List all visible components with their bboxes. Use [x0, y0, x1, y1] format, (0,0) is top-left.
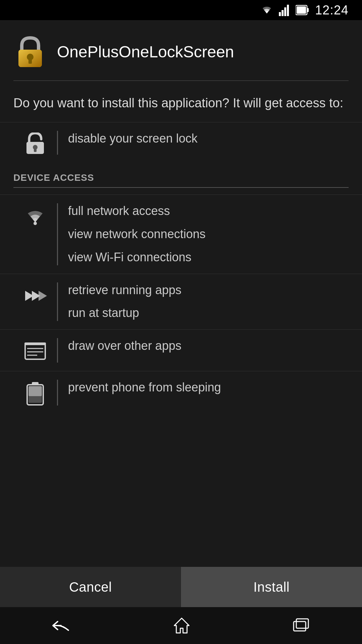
draw-over-text: draw over other apps: [68, 338, 349, 354]
signal-status-icon: [279, 4, 291, 16]
prevent-sleep-icon-col: [13, 380, 57, 406]
cancel-button[interactable]: Cancel: [0, 567, 181, 607]
svg-rect-13: [34, 149, 37, 152]
screen-lock-icon: [26, 132, 45, 155]
apps-permission-group: retrieve running apps run at startup: [0, 274, 362, 330]
status-bar: 12:24: [0, 0, 362, 20]
network-permission-group: full network access view network connect…: [0, 195, 362, 273]
network-text-col: full network access view network connect…: [68, 203, 349, 265]
home-icon: [173, 617, 190, 634]
device-access-label: DEVICE ACCESS: [13, 172, 94, 183]
apps-icon: [23, 284, 47, 308]
battery-status-icon: [296, 4, 309, 16]
prevent-sleep-text-col: prevent phone from sleeping: [68, 380, 349, 395]
svg-marker-17: [39, 291, 47, 301]
install-prompt-text: Do you want to install this application?…: [13, 96, 343, 110]
status-icons: [259, 4, 309, 16]
install-prompt: Do you want to install this application?…: [0, 81, 362, 122]
run-at-startup-text: run at startup: [68, 305, 349, 321]
app-lock-icon: [17, 36, 44, 68]
prevent-sleep-permission: prevent phone from sleeping: [0, 371, 362, 414]
draw-over-icon: [24, 340, 47, 363]
screen-lock-text: disable your screen lock: [68, 131, 349, 147]
screen-lock-icon-col: [13, 131, 57, 155]
nav-bar: [0, 607, 362, 644]
apps-text-col: retrieve running apps run at startup: [68, 282, 349, 321]
svg-rect-3: [287, 5, 289, 16]
svg-rect-0: [279, 12, 281, 16]
svg-rect-6: [297, 6, 306, 14]
svg-rect-25: [32, 382, 39, 385]
draw-over-icon-col: [13, 338, 57, 363]
draw-over-permission: draw over other apps: [0, 329, 362, 371]
svg-rect-5: [307, 8, 309, 12]
screen-lock-permission: disable your screen lock: [0, 122, 362, 163]
back-button[interactable]: [44, 611, 78, 640]
wifi-connections-text: view Wi-Fi connections: [68, 250, 349, 265]
svg-rect-1: [282, 10, 284, 16]
svg-rect-10: [28, 59, 32, 64]
back-icon: [51, 618, 71, 633]
network-icon-col: [13, 203, 57, 228]
install-button[interactable]: Install: [181, 567, 362, 607]
app-header: OnePlusOneLockScreen: [0, 20, 362, 80]
screen-lock-text-col: disable your screen lock: [68, 131, 349, 147]
recents-icon: [292, 618, 311, 633]
draw-over-divider: [57, 338, 58, 363]
app-title: OnePlusOneLockScreen: [57, 42, 234, 62]
svg-rect-18: [25, 343, 45, 359]
svg-rect-27: [28, 386, 42, 396]
svg-rect-29: [294, 622, 306, 631]
screen-lock-divider: [57, 131, 58, 155]
network-connections-text: view network connections: [68, 226, 349, 242]
bottom-buttons: Cancel Install: [0, 567, 362, 607]
apps-divider: [57, 282, 58, 321]
device-access-section-header: DEVICE ACCESS: [0, 163, 362, 195]
network-wifi-icon: [23, 205, 47, 228]
prevent-sleep-text: prevent phone from sleeping: [68, 380, 349, 395]
svg-point-14: [34, 222, 37, 225]
home-button[interactable]: [166, 610, 197, 641]
recents-button[interactable]: [286, 611, 318, 640]
retrieve-apps-text: retrieve running apps: [68, 282, 349, 298]
network-divider: [57, 203, 58, 265]
status-time: 12:24: [315, 3, 349, 17]
svg-rect-28: [296, 619, 308, 628]
app-icon-container: [13, 34, 47, 70]
network-full-access-text: full network access: [68, 203, 349, 219]
draw-over-text-col: draw over other apps: [68, 338, 349, 354]
prevent-sleep-icon: [26, 381, 45, 406]
apps-icon-col: [13, 282, 57, 308]
svg-rect-23: [24, 342, 46, 345]
main-content: OnePlusOneLockScreen Do you want to inst…: [0, 20, 362, 567]
device-access-divider: [13, 187, 349, 188]
svg-rect-2: [284, 7, 286, 16]
prevent-sleep-divider: [57, 380, 58, 406]
wifi-status-icon: [259, 4, 274, 16]
